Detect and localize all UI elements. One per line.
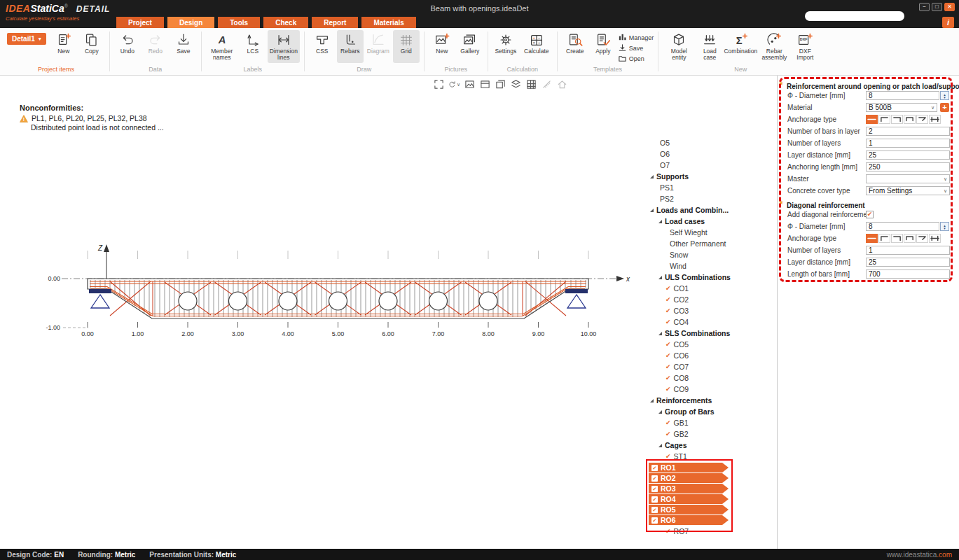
anchorage-option-2-icon[interactable] <box>878 234 890 243</box>
support-triangle-left[interactable] <box>91 295 109 308</box>
opening-circle-6[interactable] <box>429 292 448 310</box>
tree-item-co4[interactable]: ✔CO4 <box>649 316 754 328</box>
tree-item-ro5[interactable]: ✔RO5 <box>649 505 729 514</box>
opening-circle-5[interactable] <box>379 292 397 310</box>
tree-item-self-wieght[interactable]: Self Wieght <box>649 227 754 238</box>
tree-item-ro6[interactable]: ✔RO6 <box>649 515 729 525</box>
tree-item-co9[interactable]: ✔CO9 <box>649 384 754 395</box>
css-toggle[interactable]: CSS <box>309 30 336 63</box>
tree-item-group-of-bars[interactable]: Group of Bars <box>649 406 754 417</box>
undo-button[interactable]: Undo <box>114 30 141 63</box>
tree-item-ro3[interactable]: ✔RO3 <box>649 484 729 493</box>
tree-item-gb2[interactable]: ✔GB2 <box>649 428 754 440</box>
anchorage-option-6-icon[interactable] <box>929 234 941 243</box>
layer-distance-input[interactable] <box>866 150 950 160</box>
maximize-button[interactable]: □ <box>932 3 942 11</box>
tree-item-co8[interactable]: ✔CO8 <box>649 372 754 384</box>
tree-item-sls-combinations[interactable]: SLS Combinations <box>649 328 754 339</box>
template-create-button[interactable]: Create <box>562 30 588 63</box>
master-select[interactable]: ∨ <box>866 174 950 183</box>
anchorage-option-3-icon[interactable] <box>891 234 903 243</box>
tree-item-loads-and-combin[interactable]: Loads and Combin... <box>649 204 754 216</box>
tree-item-co5[interactable]: ✔CO5 <box>649 339 754 350</box>
member-names-toggle[interactable]: AMember names <box>206 30 238 63</box>
website-link[interactable]: www.ideastatica.com <box>887 551 952 559</box>
bars-length-input[interactable] <box>866 270 950 279</box>
anchorage-option-2-icon[interactable] <box>878 115 890 124</box>
template-save-button[interactable]: Save <box>618 43 654 52</box>
tab-report[interactable]: Report <box>312 17 358 28</box>
tree-item-wind[interactable]: Wind <box>649 260 754 272</box>
tab-tools[interactable]: Tools <box>218 17 260 28</box>
anchorage-option-1-icon[interactable] <box>866 115 878 124</box>
expander-icon[interactable] <box>658 220 662 223</box>
tree-item-uls-combinations[interactable]: ULS Combinations <box>649 272 754 283</box>
anchorage-option-3-icon[interactable] <box>891 115 903 124</box>
new-load-case-button[interactable]: Load case <box>696 30 723 63</box>
add-material-button[interactable]: + <box>940 103 949 112</box>
material-select[interactable]: B 500B∨ <box>866 103 937 112</box>
tree-item-ps1[interactable]: PS1 <box>649 182 754 193</box>
grid-toggle[interactable]: Grid <box>393 30 420 63</box>
opening-circle-1[interactable] <box>179 292 197 310</box>
tree-item-ps2[interactable]: PS2 <box>649 193 754 204</box>
checkbox-checked-icon[interactable]: ✔ <box>651 486 658 492</box>
expander-icon[interactable] <box>658 444 662 447</box>
calculation-settings-button[interactable]: Settings <box>492 30 519 63</box>
checkbox-checked-icon[interactable]: ✔ <box>651 507 658 513</box>
expander-icon[interactable] <box>658 332 662 335</box>
expander-icon[interactable] <box>650 209 654 212</box>
diagonal-diameter-input[interactable] <box>866 222 939 231</box>
template-manager-button[interactable]: Manager <box>618 33 654 42</box>
checkbox-checked-icon[interactable]: ✔ <box>651 465 658 471</box>
info-button[interactable]: i <box>942 17 954 28</box>
opening-circle-3[interactable] <box>279 292 297 310</box>
new-rebar-assembly-button[interactable]: Rebar assembly <box>758 30 790 63</box>
tree-item-supports[interactable]: Supports <box>649 171 754 182</box>
tree-item-co6[interactable]: ✔CO6 <box>649 350 754 361</box>
tree-item-o6[interactable]: O6 <box>649 148 754 160</box>
tree-item-co1[interactable]: ✔CO1 <box>649 283 754 294</box>
expander-icon[interactable] <box>658 410 662 414</box>
anchorage-option-5-icon[interactable] <box>916 115 928 124</box>
tab-materials[interactable]: Materials <box>361 17 415 28</box>
expander-icon[interactable] <box>650 399 654 402</box>
close-button[interactable]: ✕ <box>944 3 955 11</box>
tree-item-other-permanent[interactable]: Other Permanent <box>649 238 754 249</box>
template-open-button[interactable]: Open <box>618 54 654 63</box>
tree-item-snow[interactable]: Snow <box>649 249 754 260</box>
checkbox-checked-icon[interactable]: ✔ <box>651 517 658 524</box>
minimize-button[interactable]: − <box>919 3 930 11</box>
checkbox-checked-icon[interactable]: ✔ <box>651 475 658 482</box>
support-triangle-right[interactable] <box>567 295 586 308</box>
add-diagonal-checkbox[interactable]: ✔ <box>866 211 874 218</box>
anchorage-option-4-icon[interactable] <box>904 234 916 243</box>
copy-detail-button[interactable]: Copy <box>78 30 105 63</box>
search-input[interactable] <box>809 13 902 20</box>
tree-item-o7[interactable]: O7 <box>649 160 754 171</box>
tab-design[interactable]: Design <box>167 17 214 28</box>
anchorage-option-5-icon[interactable] <box>916 234 928 243</box>
stepper-buttons[interactable]: ▴▾ <box>940 91 949 100</box>
tab-project[interactable]: Project <box>116 17 164 28</box>
anchorage-option-1-icon[interactable] <box>866 234 878 243</box>
anchorage-option-4-icon[interactable] <box>904 115 916 124</box>
tree-item-co2[interactable]: ✔CO2 <box>649 294 754 305</box>
cover-type-select[interactable]: From Settings∨ <box>866 186 950 195</box>
new-picture-button[interactable]: New <box>429 30 455 63</box>
tree-item-cages[interactable]: Cages <box>649 440 754 451</box>
new-combination-button[interactable]: ΣCombination <box>724 30 757 63</box>
tab-check[interactable]: Check <box>263 17 308 28</box>
opening-circle-4[interactable] <box>329 292 347 310</box>
tree-item-ro4[interactable]: ✔RO4 <box>649 494 729 504</box>
bars-in-layer-input[interactable] <box>866 127 950 136</box>
tree-item-co7[interactable]: ✔CO7 <box>649 361 754 372</box>
opening-circle-2[interactable] <box>229 292 247 310</box>
dimension-lines-toggle[interactable]: Dimension lines <box>268 30 300 63</box>
tree-item-co3[interactable]: ✔CO3 <box>649 305 754 316</box>
tree-item-gb1[interactable]: ✔GB1 <box>649 417 754 428</box>
tree-item-ro7[interactable]: ✔RO7 <box>649 526 754 535</box>
bearing-plate-right[interactable] <box>565 289 588 293</box>
anchoring-length-input[interactable] <box>866 162 950 172</box>
checkbox-checked-icon[interactable]: ✔ <box>651 496 658 503</box>
